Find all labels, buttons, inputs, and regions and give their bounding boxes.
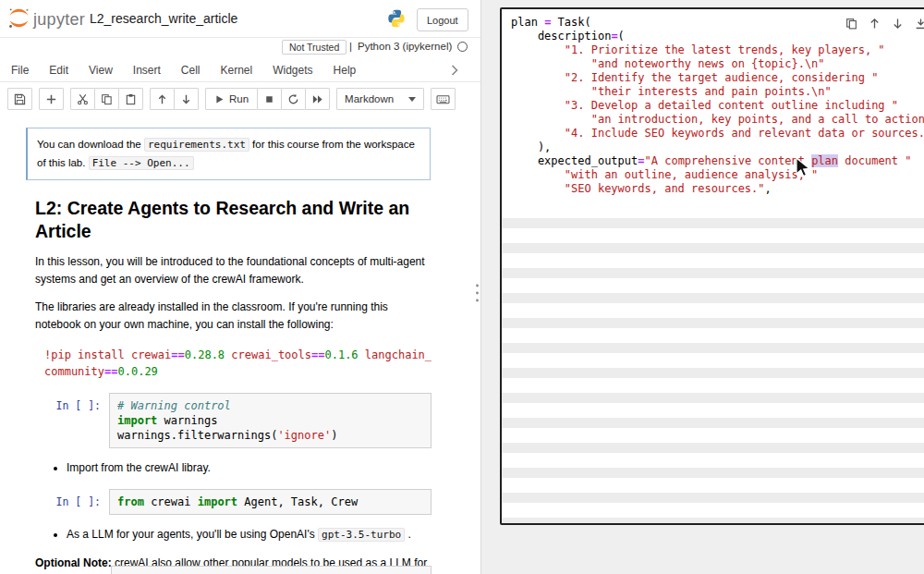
code-cell-warning-control[interactable]: In [ ]: # Warning controlimport warnings… <box>0 393 432 449</box>
cell-input[interactable]: from crewai import Agent, Task, Crew <box>109 489 432 515</box>
kernel-idle-icon <box>457 42 468 52</box>
empty-lines-area <box>502 203 924 523</box>
jupyter-wordmark: jupyter <box>33 10 85 30</box>
cell-prompt: In [ ]: <box>0 393 109 412</box>
download-icon[interactable] <box>913 16 924 31</box>
run-label: Run <box>229 93 249 104</box>
jupyter-logo-icon <box>7 6 30 33</box>
menu-help[interactable]: Help <box>334 64 357 77</box>
arrow-down-icon[interactable] <box>890 16 905 31</box>
pane-resize-handle[interactable] <box>475 283 480 307</box>
logout-button[interactable]: Logout <box>417 8 468 31</box>
restart-kernel-button[interactable] <box>281 88 306 110</box>
move-cell-down-button[interactable] <box>174 88 199 110</box>
notebook-toolbar: Run Markdown <box>0 82 480 116</box>
menu-bar: File Edit View Insert Cell Kernel Widget… <box>0 58 480 82</box>
menu-widgets[interactable]: Widgets <box>273 64 312 77</box>
cut-cell-button[interactable] <box>70 88 95 110</box>
list-item: Import from the crewAI libray. <box>67 459 480 476</box>
kernel-name[interactable]: Python 3 (ipykernel) <box>358 41 452 52</box>
python-logo-icon <box>386 8 407 29</box>
kernel-status-bar: Not Trusted | Python 3 (ipykernel) <box>0 38 480 58</box>
menu-cell[interactable]: Cell <box>181 64 201 77</box>
chevron-right-icon[interactable] <box>451 63 458 79</box>
notebook-header: jupyter L2_research_write_article Logout <box>0 0 480 38</box>
cell-input[interactable]: # Warning controlimport warningswarnings… <box>109 393 432 449</box>
menu-view[interactable]: View <box>89 64 113 77</box>
save-button[interactable] <box>7 88 32 110</box>
code-cell-imports[interactable]: In [ ]: from crewai import Agent, Task, … <box>0 489 432 515</box>
pip-install-code: !pip install crewai==0.28.8 crewai_tools… <box>44 347 432 380</box>
code-editor-panel[interactable]: plan = Task( description=( "1. Prioritiz… <box>500 7 924 525</box>
notebook-title[interactable]: L2_research_write_article <box>90 11 237 26</box>
list-item: As a LLM for your agents, you'll be usin… <box>67 526 480 543</box>
lesson-intro-paragraph: In this lesson, you will be introduced t… <box>35 253 434 287</box>
interrupt-kernel-button[interactable] <box>257 88 282 110</box>
add-cell-button[interactable] <box>39 88 64 110</box>
command-palette-button[interactable] <box>431 88 456 110</box>
restart-run-all-button[interactable] <box>305 88 330 110</box>
move-cell-up-button[interactable] <box>150 88 175 110</box>
arrow-up-icon[interactable] <box>867 16 881 31</box>
next-cell-peek[interactable] <box>111 566 432 574</box>
download-info-box: You can download the requirements.txt fo… <box>26 128 431 180</box>
trust-status-badge[interactable]: Not Trusted <box>282 40 346 55</box>
bullet-list-import: Import from the crewAI libray. <box>54 459 480 476</box>
cell-type-select[interactable]: Markdown <box>336 88 424 110</box>
jupyter-logo[interactable]: jupyter <box>7 6 85 33</box>
editor-toolbar <box>844 16 924 31</box>
copy-icon[interactable] <box>844 16 858 31</box>
install-paragraph: The libraries are already installed in t… <box>35 299 434 333</box>
menu-insert[interactable]: Insert <box>133 64 161 77</box>
paste-cell-button[interactable] <box>118 88 143 110</box>
menu-edit[interactable]: Edit <box>49 64 68 77</box>
task-definition-code[interactable]: plan = Task( description=( "1. Prioritiz… <box>511 16 924 196</box>
run-button[interactable]: Run <box>205 88 258 110</box>
cell-prompt: In [ ]: <box>0 489 109 508</box>
chevron-down-icon <box>408 97 416 102</box>
notebook-content: You can download the requirements.txt fo… <box>0 115 480 574</box>
run-icon <box>214 94 225 104</box>
bullet-list-llm: As a LLM for your agents, you'll be usin… <box>54 526 480 543</box>
kernel-indicator: | Python 3 (ipykernel) <box>349 41 468 52</box>
page-title: L2: Create Agents to Research and Write … <box>35 197 440 242</box>
reference-pane: plan = Task( description=( "1. Prioritiz… <box>481 0 924 574</box>
menu-kernel[interactable]: Kernel <box>221 64 253 77</box>
jupyter-notebook-pane: jupyter L2_research_write_article Logout… <box>0 0 481 574</box>
menu-file[interactable]: File <box>11 64 29 77</box>
copy-cell-button[interactable] <box>94 88 119 110</box>
cell-type-value: Markdown <box>345 93 394 104</box>
kernel-separator: | <box>349 41 352 52</box>
